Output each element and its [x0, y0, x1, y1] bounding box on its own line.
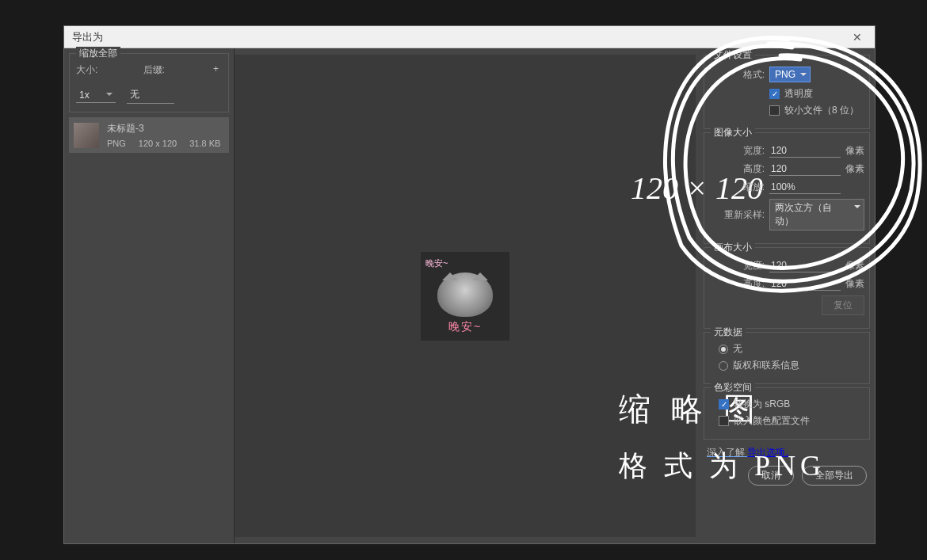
- transparency-checkbox[interactable]: [769, 89, 780, 99]
- dialog-title: 导出为: [72, 30, 848, 44]
- file-settings-legend: 文件设置: [711, 48, 755, 62]
- asset-item[interactable]: 未标题-3 PNG 120 x 120 31.8 KB: [69, 117, 229, 153]
- image-size-fieldset: 图像大小 宽度: 像素 高度: 像素 缩放: 重新采样: 两次立方（: [704, 132, 870, 244]
- smaller-file-label: 较小文件（8 位）: [784, 104, 859, 117]
- titlebar: 导出为 ✕: [64, 26, 875, 48]
- transparency-label: 透明度: [784, 87, 813, 101]
- scale-all-legend: 缩放全部: [76, 47, 120, 60]
- img-height-unit: 像素: [845, 162, 864, 176]
- convert-srgb-checkbox[interactable]: [719, 399, 729, 410]
- add-scale-button[interactable]: +: [210, 63, 222, 77]
- img-width-input[interactable]: [769, 144, 841, 158]
- img-scale-label: 缩放:: [711, 181, 765, 194]
- format-label: 格式:: [711, 68, 765, 82]
- cv-height-unit: 像素: [845, 277, 864, 291]
- smaller-file-checkbox[interactable]: [769, 105, 780, 116]
- canvas-size-fieldset: 画布大小 宽度: 像素 高度: 像素 复位: [704, 247, 870, 329]
- img-width-label: 宽度:: [711, 144, 765, 158]
- img-width-unit: 像素: [845, 144, 864, 158]
- format-select[interactable]: PNG: [769, 67, 811, 82]
- canvas-size-legend: 画布大小: [711, 241, 755, 254]
- preview-canvas: 晚安~ 晚安~ 120 × 120 缩 略 图 格 式 为 PNG: [235, 55, 696, 537]
- metadata-copyright-label: 版权和联系信息: [733, 359, 799, 372]
- file-settings-fieldset: 文件设置 格式: PNG 透明度 较小文件（8 位）: [704, 55, 870, 129]
- asset-filesize: 31.8 KB: [189, 139, 220, 148]
- asset-dimensions: 120 x 120: [139, 139, 177, 148]
- right-panel: 文件设置 格式: PNG 透明度 较小文件（8 位） 图像大小 宽度:: [699, 48, 875, 543]
- metadata-copyright-radio[interactable]: [719, 361, 728, 371]
- colorspace-fieldset: 色彩空间 转换为 sRGB 嵌入颜色配置文件: [704, 387, 870, 440]
- cv-width-input[interactable]: [769, 259, 841, 272]
- embed-profile-checkbox[interactable]: [719, 416, 729, 426]
- preview-image: 晚安~ 晚安~: [421, 252, 509, 341]
- scale-select[interactable]: 1x: [76, 88, 116, 103]
- learn-more: 深入了解 导出选项。: [707, 446, 872, 459]
- cv-width-label: 宽度:: [711, 259, 765, 272]
- suffix-input[interactable]: 无: [127, 86, 174, 104]
- size-header: 大小:: [76, 63, 128, 77]
- learn-more-pre: 深入了解: [707, 447, 747, 458]
- scale-all-fieldset: 缩放全部 大小: 后缀: + 1x 无: [69, 53, 229, 112]
- reset-button: 复位: [822, 295, 864, 315]
- cv-height-label: 高度:: [711, 277, 765, 291]
- colorspace-legend: 色彩空间: [711, 381, 755, 394]
- img-height-label: 高度:: [711, 162, 765, 176]
- metadata-legend: 元数据: [711, 326, 746, 339]
- resample-select[interactable]: 两次立方（自动）: [769, 199, 864, 230]
- image-size-legend: 图像大小: [711, 126, 755, 139]
- left-panel: 缩放全部 大小: 后缀: + 1x 无 未标题-3 PNG 120 x 1: [64, 48, 235, 543]
- img-scale-input[interactable]: [769, 181, 841, 194]
- embed-profile-label: 嵌入颜色配置文件: [734, 414, 810, 428]
- asset-format: PNG: [107, 139, 126, 148]
- learn-more-link[interactable]: 导出选项。: [747, 447, 795, 458]
- export-as-dialog: 导出为 ✕ 缩放全部 大小: 后缀: + 1x 无 未标题-3: [63, 25, 876, 544]
- metadata-fieldset: 元数据 无 版权和联系信息: [704, 332, 870, 384]
- preview-overlay-bottom: 晚安~: [448, 320, 482, 334]
- export-all-button[interactable]: 全部导出: [802, 466, 867, 486]
- asset-thumbnail: [74, 123, 99, 148]
- resample-label: 重新采样:: [711, 208, 765, 222]
- metadata-none-radio[interactable]: [719, 345, 728, 354]
- img-height-input[interactable]: [769, 162, 841, 176]
- cv-height-input[interactable]: [769, 277, 841, 291]
- cat-illustration: [437, 272, 493, 317]
- metadata-none-label: 无: [733, 342, 742, 356]
- cv-width-unit: 像素: [845, 259, 864, 272]
- suffix-header: 后缀:: [143, 63, 195, 77]
- cancel-button[interactable]: 取消: [748, 466, 794, 486]
- asset-name: 未标题-3: [107, 122, 224, 135]
- convert-srgb-label: 转换为 sRGB: [734, 398, 790, 411]
- close-icon[interactable]: ✕: [848, 31, 867, 44]
